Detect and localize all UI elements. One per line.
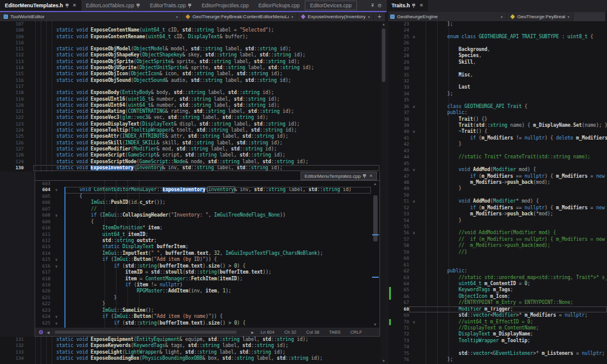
code-line[interactable]: 108 static void ExposeContentName(uint64… xyxy=(0,27,381,33)
tab-EditorDevices.cpp[interactable]: EditorDevices.cpp xyxy=(305,1,358,10)
tab-EditorPickups.cpp[interactable]: EditorPickups.cpp xyxy=(254,0,305,11)
fold-chevron-icon[interactable]: ∨ xyxy=(409,167,419,173)
scroll-down-icon[interactable]: ▼ xyxy=(381,359,387,363)
code-line[interactable]: 113 static void ExposeObjSprite(ObjectSp… xyxy=(0,59,381,65)
code-line[interactable]: 65 KeywordTags m_Tags; xyxy=(388,287,607,293)
code-line[interactable]: 618 item = ContentManager::FetchItem(ite… xyxy=(35,276,379,282)
code-line[interactable]: 625∨ if (std::string(bufferItem.text).si… xyxy=(35,320,379,326)
tab-EditorMenuTemplates.h[interactable]: EditorMenuTemplates.h✕ xyxy=(0,0,81,11)
code-line[interactable]: 55 xyxy=(388,224,607,230)
code-line[interactable]: 36∨ class GEOTHEURGE_API Trait { xyxy=(388,104,607,110)
code-line[interactable]: 117 xyxy=(0,84,381,90)
code-line[interactable]: 75 std::vector<GEventListener>* m_Listen… xyxy=(388,351,607,357)
tab-Traits.h[interactable]: Traits.h✕ xyxy=(387,0,428,11)
fold-chevron-icon[interactable]: ∨ xyxy=(52,263,61,269)
code-line[interactable]: 56∨ //void AddModifier(Modifier mod) { xyxy=(388,230,607,236)
peek-tab[interactable]: EditorMenuTemplates.cpp ✕ xyxy=(300,172,377,180)
code-line[interactable]: 133 static void ExposeLight(LightWrapper… xyxy=(0,349,381,356)
code-line[interactable]: 42 } xyxy=(388,141,607,147)
nav-dropdown-class[interactable]: GeoTheurge:FeyBreak:ContentEditorMenuLay… xyxy=(182,12,297,21)
code-line[interactable]: 59 //} xyxy=(388,249,607,255)
code-line[interactable]: 33 Last xyxy=(388,84,607,90)
code-line[interactable]: 49 } xyxy=(388,186,607,192)
code-line[interactable]: 30 xyxy=(388,66,607,72)
nav-dropdown-method[interactable]: ExposeInventory(Inventory & inv, std::st… xyxy=(297,12,374,21)
code-line[interactable]: 619 if (item != nullptr) xyxy=(35,282,379,288)
code-line[interactable]: 29 Skill, xyxy=(388,59,607,66)
close-icon[interactable]: ✕ xyxy=(369,174,373,178)
code-line[interactable]: 132 static void ExposeKeywords(KeywordTa… xyxy=(0,343,381,349)
code-line[interactable]: 53 m_Modifiers->push_back(*mod); xyxy=(388,211,607,217)
code-line[interactable]: 128 static void ExposeScript(GameScript&… xyxy=(0,152,381,158)
fold-chevron-icon[interactable]: ∨ xyxy=(52,320,61,326)
code-line[interactable]: 111 static void ExposeObjModel(ObjectMod… xyxy=(0,46,381,52)
code-line[interactable]: 118 static void ExposeBody(EntityBody& b… xyxy=(0,90,381,96)
gear-icon[interactable]: ⚙ xyxy=(378,3,382,8)
code-line[interactable]: 620 RPGMaster::AddItem(inv, item, 1); xyxy=(35,288,379,294)
tab-overflow-icon[interactable]: ▾ xyxy=(371,4,374,8)
code-line[interactable]: 131 static void ExposeEquipment(EntityEq… xyxy=(0,337,381,343)
code-line[interactable]: 107 xyxy=(0,21,381,27)
code-line[interactable]: 623 ImGui::SameLine(); xyxy=(35,308,379,314)
code-line[interactable]: 44 //static Trait* CreateTrait(std::stri… xyxy=(388,154,607,160)
code-line[interactable]: 39 Trait(std::string name) { m_DisplayNa… xyxy=(388,123,607,129)
code-line[interactable]: 109 static void ExposeContentRename(uint… xyxy=(0,34,381,40)
code-line[interactable]: 607 // xyxy=(35,206,379,212)
code-line[interactable]: 60 xyxy=(388,255,607,261)
code-line[interactable]: 614 ImGui::InputText(" ", bufferItem.tex… xyxy=(35,251,379,257)
code-line[interactable]: 129 static void ExposeScriptNode(GameScr… xyxy=(0,159,381,165)
close-icon[interactable]: ✕ xyxy=(418,3,423,8)
code-line[interactable]: 73 TooltipWrapper m_Tooltip; xyxy=(388,338,607,344)
code-line[interactable]: 622 } xyxy=(35,301,379,307)
code-line[interactable]: 67 //ENTRYPOINT m_Entry = ENTRYPOINT::No… xyxy=(388,300,607,306)
code-line[interactable]: 124 static void ExposeTooltip(TooltipWra… xyxy=(0,127,381,133)
code-line[interactable]: 76 }; xyxy=(388,357,607,363)
scroll-up-icon[interactable]: ▲ xyxy=(372,182,378,186)
code-line[interactable]: 35 xyxy=(388,97,607,103)
code-line[interactable]: 63 //static std::unordered_map<std::stri… xyxy=(388,275,607,281)
pin-icon[interactable] xyxy=(363,174,367,178)
status-tabs[interactable]: TABS xyxy=(326,329,344,335)
code-line[interactable]: 112 static void ExposeObjShapeKey(Object… xyxy=(0,52,381,58)
code-line[interactable]: 610 ItemDefinition* item; xyxy=(35,225,379,231)
code-line[interactable]: 126 static void ExposeSkill(INDEX_SKILL&… xyxy=(0,140,381,146)
code-line[interactable]: 43 xyxy=(388,148,607,154)
code-line[interactable]: 31 Misc, xyxy=(388,72,607,78)
code-line[interactable]: 71 //DisplayText m_ContentName; xyxy=(388,325,607,331)
code-line[interactable]: 611 uint64_t itemID; xyxy=(35,232,379,238)
code-line[interactable]: 46∨ void AddMod(Modifier mod) { xyxy=(388,167,607,173)
pin-icon[interactable] xyxy=(188,3,192,8)
code-line[interactable]: 50 xyxy=(388,192,607,198)
code-line[interactable]: 615∨ if (ImGui::Button("Add item (by ID)… xyxy=(35,257,379,263)
fold-chevron-icon[interactable]: ∨ xyxy=(52,257,61,263)
nav-dropdown-project-right[interactable]: GeotheurgeEngine ▾ xyxy=(387,12,507,21)
status-eol[interactable]: CRLF xyxy=(347,329,365,335)
code-line[interactable]: 123 static void ExposeDisplayText(Displa… xyxy=(0,121,381,127)
code-line[interactable]: 48 m_Modifiers->push_back(mod); xyxy=(388,180,607,186)
fold-chevron-icon[interactable]: ∨ xyxy=(409,230,419,236)
code-line[interactable]: 69 std::vector<Modifier>* m_Modifiers = … xyxy=(388,312,607,318)
code-line[interactable]: 120 static void ExposeUInt64(uint64_t& n… xyxy=(0,103,381,109)
tab-EditorLootTables.cpp[interactable]: EditorLootTables.cpp xyxy=(81,0,145,11)
code-line[interactable]: 114 static void ExposeObjUSprite(ObjectU… xyxy=(0,65,381,71)
code-line[interactable]: 127 static void ExposeModifier(Modifier&… xyxy=(0,146,381,152)
fold-chevron-icon[interactable]: ∨ xyxy=(409,129,419,135)
scrollbar-thumb[interactable] xyxy=(382,29,385,82)
code-line[interactable]: 110 xyxy=(0,40,381,46)
code-line[interactable]: 23 }; xyxy=(388,21,607,27)
code-line[interactable]: 605 { xyxy=(35,194,379,200)
code-line[interactable]: 125 static void ExposeAttr(INDEX_ATTRIBU… xyxy=(0,133,381,140)
code-line[interactable]: 606 ImGui::PushID(id.c_str()); xyxy=(35,200,379,206)
code-line[interactable]: 122 static void ExposeVec3(glm::vec3& ve… xyxy=(0,115,381,121)
scroll-left-icon[interactable]: ◀ xyxy=(47,330,50,334)
editor-left-scrollbar[interactable]: ▲ ▼ xyxy=(381,21,387,364)
add-button[interactable]: + xyxy=(374,12,385,21)
code-line[interactable]: 26 xyxy=(388,40,607,46)
code-line[interactable]: 62 public: xyxy=(388,268,607,274)
fold-chevron-icon[interactable]: ∨ xyxy=(52,314,61,320)
code-line[interactable]: 121 static void ExposeRating(CONTENTRATI… xyxy=(0,109,381,115)
code-line[interactable]: 608∨ if (ImGui::CollapsingHeader("Invent… xyxy=(35,212,379,218)
code-line[interactable]: 61 xyxy=(388,262,607,268)
code-line[interactable]: 32 xyxy=(388,78,607,84)
code-line[interactable]: 58 // m_Modifiers->push_back(mod); xyxy=(388,243,607,249)
